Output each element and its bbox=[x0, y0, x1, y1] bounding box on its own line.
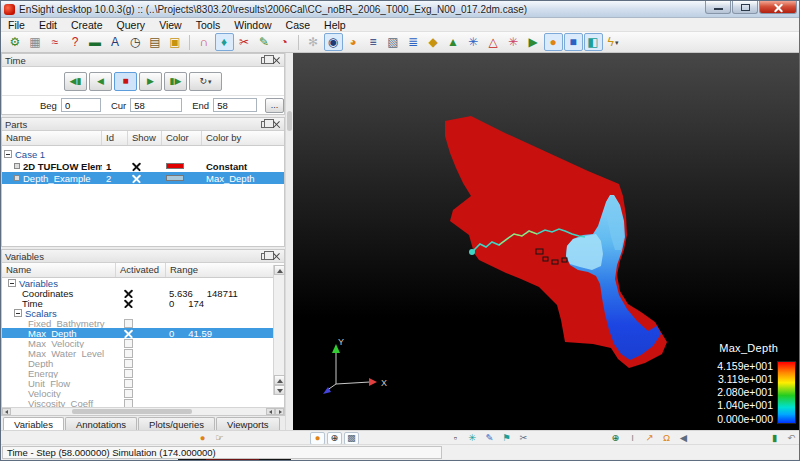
zoom-tool-icon[interactable]: ⊕ bbox=[608, 432, 623, 445]
part-row-depth-example[interactable]: Depth_Example 2 Max_Depth bbox=[2, 172, 284, 184]
iso-layers-icon[interactable]: ≣ bbox=[404, 33, 423, 51]
show-check-icon[interactable] bbox=[132, 162, 141, 171]
col-id[interactable]: Id bbox=[102, 131, 128, 145]
clip-plane-icon[interactable]: ▧ bbox=[384, 33, 403, 51]
variable-row-max-depth[interactable]: Max_Depth 041.59 bbox=[2, 328, 284, 338]
flag-tool-icon[interactable]: ⚑ bbox=[499, 432, 514, 445]
menu-query[interactable]: Query bbox=[110, 18, 153, 32]
col-activated[interactable]: Activated bbox=[116, 263, 166, 277]
activated-checkbox[interactable] bbox=[124, 349, 133, 358]
end-input[interactable] bbox=[213, 98, 257, 112]
green-toggle-icon[interactable]: ▮ bbox=[767, 432, 782, 445]
variable-row-energy[interactable]: Energy bbox=[2, 368, 284, 378]
menu-case[interactable]: Case bbox=[279, 18, 318, 32]
contours-icon[interactable]: ≡ bbox=[364, 33, 383, 51]
activated-check-icon[interactable] bbox=[124, 299, 133, 308]
variable-row-time[interactable]: Time 0174 bbox=[2, 298, 284, 308]
view-eye-icon[interactable]: ◉ bbox=[324, 33, 343, 51]
link-tool-icon[interactable]: ↗ bbox=[642, 432, 657, 445]
activated-checkbox[interactable] bbox=[124, 319, 133, 328]
scroll-up-button[interactable] bbox=[274, 375, 285, 385]
menu-edit[interactable]: Edit bbox=[32, 18, 64, 32]
activated-checkbox[interactable] bbox=[124, 389, 133, 398]
vector-arrows-icon[interactable]: △ bbox=[484, 33, 503, 51]
variable-row-unit-flow[interactable]: Unit_Flow bbox=[2, 378, 284, 388]
select-region-icon[interactable]: ▫ bbox=[448, 432, 463, 445]
col-range[interactable]: Range bbox=[166, 263, 284, 277]
probe-icon[interactable]: ∩ bbox=[195, 33, 214, 51]
menu-file[interactable]: File bbox=[1, 18, 32, 32]
menu-view[interactable]: View bbox=[152, 18, 189, 32]
close-panel-icon[interactable] bbox=[273, 121, 280, 128]
query-plot-icon[interactable]: ≈ bbox=[46, 33, 65, 51]
cursor-tool-icon[interactable]: I bbox=[625, 432, 640, 445]
calculator-icon[interactable]: ▦ bbox=[26, 33, 45, 51]
step-to-end-button[interactable]: ▮▶ bbox=[164, 72, 187, 91]
trace-pencil-icon[interactable]: ✎ bbox=[255, 33, 274, 51]
scroll-left-button[interactable] bbox=[2, 408, 11, 415]
activated-checkbox[interactable] bbox=[124, 369, 133, 378]
mesh-snowflake-icon[interactable]: ✻ bbox=[304, 33, 323, 51]
part-color-swatch[interactable] bbox=[166, 175, 184, 181]
time-browse-button[interactable]: ... bbox=[265, 98, 284, 113]
activated-check-icon[interactable] bbox=[124, 329, 133, 338]
time-panel-header[interactable]: Time bbox=[2, 54, 284, 67]
box-tool-icon[interactable]: ■ bbox=[564, 33, 583, 51]
float-panel-icon[interactable] bbox=[261, 57, 269, 64]
part-row-tuflow[interactable]: 2D TUFLOW Elements 1 Constant bbox=[2, 160, 284, 172]
subset-parts-icon[interactable]: ◆ bbox=[424, 33, 443, 51]
col-name[interactable]: Name bbox=[2, 263, 116, 277]
color-legend[interactable]: Max_Depth 4.159e+001 3.119e+001 2.080e+0… bbox=[717, 342, 796, 424]
col-show[interactable]: Show bbox=[128, 131, 162, 145]
preferences-gears-icon[interactable]: ⚙ bbox=[6, 33, 25, 51]
clip-scissors-icon[interactable]: ✂ bbox=[235, 33, 254, 51]
pick-pointer-icon[interactable]: ☞ bbox=[212, 432, 227, 445]
activated-checkbox[interactable] bbox=[124, 339, 133, 348]
step-forward-button[interactable]: ▶ bbox=[139, 72, 162, 91]
cut-tool-icon[interactable]: ✂ bbox=[516, 432, 531, 445]
solution-time-clock-icon[interactable]: ◷ bbox=[126, 33, 145, 51]
close-panel-icon[interactable] bbox=[273, 253, 280, 260]
splat-tool-icon[interactable]: ✳ bbox=[465, 432, 480, 445]
lightning-icon[interactable]: ϟ▾ bbox=[604, 33, 623, 51]
isosurface-icon[interactable]: ▲ bbox=[444, 33, 463, 51]
menu-create[interactable]: Create bbox=[64, 18, 110, 32]
scrollbar-thumb[interactable] bbox=[72, 409, 192, 414]
activated-check-icon[interactable] bbox=[124, 289, 133, 298]
col-name[interactable]: Name bbox=[2, 131, 102, 145]
command-journal-icon[interactable]: ▤ bbox=[146, 33, 165, 51]
tab-viewports[interactable]: Viewports bbox=[216, 417, 280, 431]
collapse-icon[interactable] bbox=[14, 309, 22, 317]
close-panel-icon[interactable] bbox=[273, 57, 280, 64]
tab-plots-queries[interactable]: Plots/queries bbox=[138, 417, 215, 431]
scroll-down-button[interactable] bbox=[274, 385, 285, 395]
paint-bucket-icon[interactable]: ◧ bbox=[584, 33, 603, 51]
elevated-surface-icon[interactable]: ▶ bbox=[524, 33, 543, 51]
step-to-begin-button[interactable]: ◀▮ bbox=[64, 72, 87, 91]
particle-trace-icon[interactable]: ✳ bbox=[464, 33, 483, 51]
maximize-button[interactable] bbox=[732, 1, 758, 14]
stopwatch-icon[interactable]: ◔ bbox=[275, 33, 294, 51]
tab-annotations[interactable]: Annotations bbox=[65, 417, 137, 431]
sphere-tool-icon[interactable]: ● bbox=[544, 33, 563, 51]
annotation-text-icon[interactable]: A bbox=[106, 33, 125, 51]
splitter-handle[interactable] bbox=[287, 111, 292, 131]
frame-transform-icon[interactable]: ▩ bbox=[344, 432, 359, 445]
col-color-by[interactable]: Color by bbox=[202, 131, 284, 145]
back-tool-icon[interactable]: ◀ bbox=[676, 432, 691, 445]
collapse-icon[interactable] bbox=[4, 150, 12, 158]
loop-button[interactable]: ↻▾ bbox=[189, 72, 222, 91]
beg-input[interactable] bbox=[61, 98, 101, 112]
part-color-swatch[interactable] bbox=[166, 163, 184, 169]
minimize-button[interactable] bbox=[705, 1, 731, 14]
flipbook-icon[interactable]: ♦ bbox=[215, 33, 234, 51]
step-back-button[interactable]: ◀ bbox=[89, 72, 112, 91]
render-viewport[interactable]: Y X Max_Depth 4.159e+001 3.119e+001 2.08… bbox=[293, 53, 800, 430]
variable-row-max-velocity[interactable]: Max_Velocity bbox=[2, 338, 284, 348]
undo-icon[interactable]: ↶ bbox=[784, 432, 799, 445]
global-transform-icon[interactable]: ⊕ bbox=[327, 432, 342, 445]
variables-panel-header[interactable]: Variables bbox=[2, 250, 284, 263]
perspective-sphere-icon[interactable]: ● bbox=[310, 432, 325, 445]
activated-checkbox[interactable] bbox=[124, 379, 133, 388]
tab-variables[interactable]: Variables bbox=[3, 417, 64, 431]
